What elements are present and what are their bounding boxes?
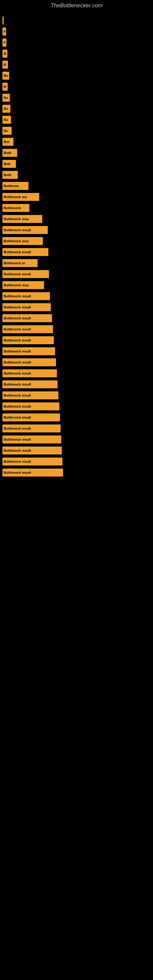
bar-label: Bottleneck result: [4, 382, 31, 386]
bar: Bottleneck res: [2, 193, 39, 201]
bar-row: Bottleneck resu: [2, 280, 153, 290]
bar-row: [2, 16, 153, 25]
bar-label: Bottleneck result: [4, 272, 31, 276]
bar: Bottleneck result: [2, 336, 54, 344]
bar: Bo: [2, 105, 10, 113]
bar: Bottleneck result: [2, 303, 51, 311]
bar-row: Bo: [2, 71, 153, 81]
bar-label: Bo: [4, 118, 8, 122]
bar: Bott: [2, 160, 16, 168]
bar-label: Bo: [4, 129, 8, 133]
bar: F: [2, 27, 6, 35]
bar-row: Bo: [2, 115, 153, 125]
bar: Bottleneck result: [2, 314, 52, 322]
bar-label: B: [4, 85, 6, 89]
bar-row: Bottleneck result: [2, 379, 153, 389]
bar-row: Bo: [2, 93, 153, 103]
site-title: TheBottlenecker.com: [0, 0, 153, 13]
bar-row: F: [2, 38, 153, 48]
bar: Bottleneck result: [2, 292, 50, 300]
bar: Bottl: [2, 171, 18, 179]
bar-label: Bottleneck res: [4, 195, 27, 199]
bar-row: Bottleneck res: [2, 192, 153, 202]
bar-row: Bottleneck result: [2, 335, 153, 345]
bar: Bottleneck result: [2, 369, 57, 377]
bar-label: Bottl: [4, 173, 11, 177]
bar-row: B: [2, 49, 153, 59]
bar: Bottleneck result: [2, 248, 48, 256]
bar-row: Bottleneck result: [2, 390, 153, 400]
bar-row: Bot: [2, 137, 153, 147]
bar-row: Bottleneck result: [2, 401, 153, 411]
bar: Bottleneck result: [2, 436, 61, 444]
bar-label: Bottleneck result: [4, 294, 31, 298]
bar-label: Bottleneck result: [4, 250, 31, 254]
bar: Bottleneck result: [2, 226, 48, 234]
bar-label: Bottleneck result: [4, 460, 31, 463]
bar-row: Bottleneck re: [2, 258, 153, 268]
bar-row: Bottleneck result: [2, 291, 153, 301]
bar-row: Bottleneck result: [2, 357, 153, 367]
bar: [2, 16, 4, 24]
bar-label: Bottleneck re: [4, 261, 25, 265]
bar-row: Bott: [2, 159, 153, 169]
bar-label: Bottleneck result: [4, 350, 31, 353]
bar-label: B: [4, 63, 6, 67]
bar-row: Bottleneck result: [2, 346, 153, 356]
bar-label: Bo: [4, 107, 8, 111]
bar: Bottlenec: [2, 182, 29, 190]
bar-label: Bottleneck result: [4, 404, 31, 408]
bar: Bottleneck result: [2, 325, 53, 333]
bar-label: Bottleneck result: [4, 228, 31, 232]
bar: Bottleneck result: [2, 347, 55, 355]
bar-row: Bottleneck result: [2, 368, 153, 378]
bar-label: Bo: [4, 96, 8, 100]
bar-row: B: [2, 82, 153, 92]
bar: Bottleneck result: [2, 402, 59, 410]
bar: Bottleneck result: [2, 469, 63, 477]
bar-label: Bottleneck result: [4, 426, 31, 430]
bar: Bo: [2, 127, 12, 135]
bar-label: Bottleneck result: [4, 393, 31, 397]
bar-row: Bottleneck resu: [2, 236, 153, 246]
bar-label: Bottleneck: [4, 206, 21, 210]
bar-row: Bottleneck result: [2, 269, 153, 279]
bar: F: [2, 38, 6, 46]
bar-row: Bottl: [2, 170, 153, 180]
bar-row: Bottleneck result: [2, 225, 153, 235]
bar-row: Bottl: [2, 148, 153, 158]
bar: Bottleneck result: [2, 358, 56, 366]
bar-label: F: [4, 41, 6, 45]
bar-label: F: [4, 30, 6, 33]
bar: B: [2, 83, 8, 91]
bar-row: Bottleneck: [2, 203, 153, 213]
bar: Bottleneck result: [2, 458, 62, 466]
bar: Bottleneck result: [2, 391, 59, 399]
bar-label: Bottleneck resu: [4, 217, 29, 221]
bar: B: [2, 49, 7, 57]
bar-label: Bot: [4, 140, 9, 144]
bar: Bo: [2, 116, 11, 124]
bar-label: Bottleneck resu: [4, 239, 29, 243]
bar-label: Bottl: [4, 151, 11, 155]
bar: B: [2, 60, 8, 68]
bar-row: Bottleneck result: [2, 324, 153, 334]
bar-label: B: [4, 52, 6, 56]
bar: Bottleneck result: [2, 447, 62, 455]
bar-label: Bottleneck result: [4, 339, 31, 342]
bar-row: Bottleneck result: [2, 302, 153, 312]
bar-label: Bottleneck result: [4, 360, 31, 364]
bar-row: Bottleneck result: [2, 247, 153, 257]
bar-row: Bottleneck result: [2, 313, 153, 323]
bar: Bot: [2, 138, 13, 146]
bar-row: F: [2, 27, 153, 37]
bar: Bottleneck resu: [2, 237, 43, 245]
bar-label: Bottleneck resu: [4, 283, 29, 287]
bar-row: Bottleneck resu: [2, 214, 153, 224]
bar-row: Bottlenec: [2, 181, 153, 191]
bar-row: Bottleneck result: [2, 445, 153, 455]
bar-row: Bottleneck result: [2, 457, 153, 466]
bar: Bottleneck: [2, 204, 29, 212]
bars-container: FFBBBoBBoBoBoBoBotBottlBottBottlBottlene…: [0, 13, 153, 482]
bar: Bottleneck result: [2, 414, 60, 422]
